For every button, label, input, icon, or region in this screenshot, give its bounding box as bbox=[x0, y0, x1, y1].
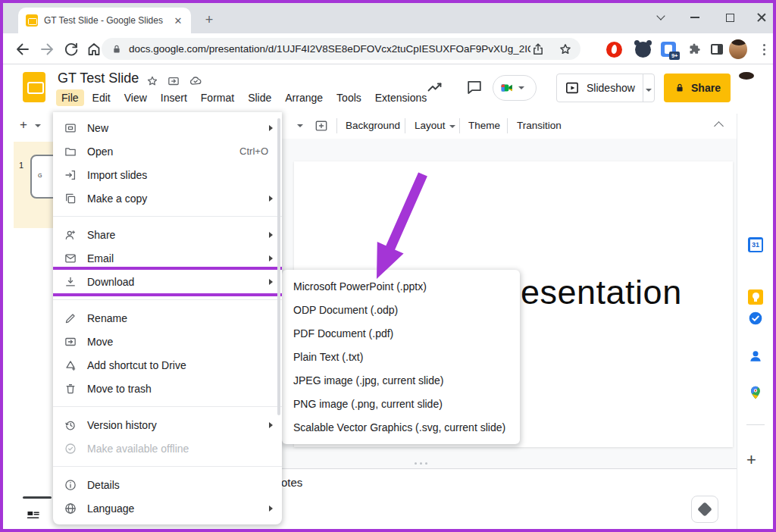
window-close-button[interactable] bbox=[749, 6, 774, 29]
submenu-item-odp[interactable]: ODP Document (.odp) bbox=[282, 298, 520, 321]
meet-call-button[interactable] bbox=[493, 75, 537, 101]
theme-button[interactable]: Theme bbox=[468, 120, 500, 131]
submenu-item-png[interactable]: PNG image (.png, current slide) bbox=[282, 392, 520, 415]
browser-window: GT Test Slide - Google Slides ✕ + docs.g… bbox=[0, 0, 776, 532]
slideshow-label: Slideshow bbox=[587, 82, 635, 94]
tab-title: GT Test Slide - Google Slides bbox=[44, 15, 171, 26]
submenu-arrow-icon bbox=[269, 422, 273, 428]
menu-slide[interactable]: Slide bbox=[242, 89, 277, 106]
meet-camera-icon bbox=[499, 80, 515, 96]
drive-shortcut-icon bbox=[64, 358, 77, 372]
menu-file[interactable]: File bbox=[56, 89, 84, 106]
menu-divider bbox=[53, 216, 282, 217]
back-icon[interactable] bbox=[14, 40, 32, 58]
menu-extensions[interactable]: Extensions bbox=[370, 89, 432, 106]
filmstrip-view-icon[interactable] bbox=[26, 508, 41, 523]
menu-tools[interactable]: Tools bbox=[331, 89, 367, 106]
slideshow-button[interactable]: Slideshow bbox=[556, 74, 655, 102]
version-history-icon bbox=[64, 418, 77, 432]
menu-item-move[interactable]: Move bbox=[53, 330, 282, 353]
menu-view[interactable]: View bbox=[119, 89, 152, 106]
menu-item-open[interactable]: OpenCtrl+O bbox=[53, 139, 282, 163]
notes-drag-handle[interactable] bbox=[415, 462, 427, 465]
browser-tab[interactable]: GT Test Slide - Google Slides ✕ bbox=[18, 8, 191, 33]
menu-insert[interactable]: Insert bbox=[155, 89, 192, 106]
menu-format[interactable]: Format bbox=[196, 89, 239, 106]
menu-arrange[interactable]: Arrange bbox=[280, 89, 328, 106]
forward-icon[interactable] bbox=[38, 40, 56, 58]
submenu-item-jpeg[interactable]: JPEG image (.jpg, current slide) bbox=[282, 368, 520, 392]
menu-item-version-history[interactable]: Version history bbox=[53, 413, 282, 437]
menu-item-download[interactable]: Download bbox=[53, 270, 282, 293]
download-icon bbox=[64, 275, 77, 289]
window-minimize-button[interactable] bbox=[682, 6, 708, 29]
menu-item-make-a-copy[interactable]: Make a copy bbox=[53, 186, 282, 210]
keep-icon[interactable] bbox=[748, 289, 763, 305]
cloud-saved-icon[interactable] bbox=[189, 74, 202, 88]
account-avatar[interactable] bbox=[737, 74, 762, 99]
new-slide-caret-icon[interactable] bbox=[35, 124, 41, 127]
comment-icon[interactable] bbox=[465, 78, 483, 96]
maps-icon[interactable] bbox=[748, 385, 763, 400]
tasks-icon[interactable] bbox=[748, 311, 763, 326]
submenu-item-pptx[interactable]: Microsoft PowerPoint (.pptx) bbox=[282, 274, 520, 298]
menu-item-email[interactable]: Email bbox=[53, 246, 282, 270]
slideshow-dropdown-caret-icon[interactable] bbox=[646, 89, 652, 92]
layout-button[interactable]: Layout bbox=[415, 120, 446, 131]
new-tab-button[interactable]: + bbox=[200, 11, 218, 29]
transition-button[interactable]: Transition bbox=[517, 120, 562, 131]
filmstrip-scrollbar[interactable] bbox=[23, 496, 52, 499]
submenu-arrow-icon bbox=[269, 196, 273, 202]
menu-item-details[interactable]: Details bbox=[53, 473, 282, 496]
slides-logo-icon[interactable] bbox=[23, 72, 45, 102]
move-document-icon[interactable] bbox=[167, 74, 180, 88]
window-menu-chevron-icon[interactable] bbox=[648, 6, 674, 29]
home-icon[interactable] bbox=[85, 40, 103, 58]
bookmark-star-icon[interactable] bbox=[558, 42, 573, 57]
share-page-icon[interactable] bbox=[530, 42, 546, 57]
zoom-caret-icon[interactable] bbox=[297, 124, 303, 127]
menu-item-rename[interactable]: Rename bbox=[53, 306, 282, 330]
new-slide-plus-icon[interactable]: + bbox=[20, 117, 27, 133]
menu-item-new[interactable]: New bbox=[53, 116, 282, 139]
background-button[interactable]: Background bbox=[346, 120, 400, 131]
layout-caret-icon bbox=[449, 125, 455, 128]
window-maximize-button[interactable] bbox=[717, 6, 743, 29]
offline-check-icon bbox=[64, 442, 77, 455]
contacts-icon[interactable] bbox=[748, 349, 763, 364]
star-document-icon[interactable] bbox=[146, 74, 159, 88]
calendar-icon[interactable]: 31 bbox=[748, 237, 763, 252]
hide-menus-chevron-icon[interactable] bbox=[714, 121, 724, 131]
browser-profile-avatar[interactable] bbox=[729, 40, 747, 58]
side-panel-icon[interactable] bbox=[708, 40, 726, 58]
explore-icon bbox=[697, 502, 712, 517]
extension-bear-icon[interactable] bbox=[634, 40, 652, 58]
explore-button[interactable] bbox=[691, 496, 718, 523]
menu-scrollbar[interactable] bbox=[277, 118, 280, 415]
extensions-puzzle-icon[interactable] bbox=[685, 40, 703, 58]
insert-placeholder-icon[interactable] bbox=[314, 118, 329, 133]
activity-trend-icon[interactable] bbox=[426, 78, 444, 96]
speaker-notes-placeholder[interactable]: otes bbox=[281, 476, 302, 489]
browser-menu-dots-icon[interactable] bbox=[755, 40, 773, 58]
extension-badge-icon[interactable]: 9+ bbox=[659, 40, 677, 58]
menu-item-add-shortcut-to-drive[interactable]: Add shortcut to Drive bbox=[53, 353, 282, 377]
menu-item-move-to-trash[interactable]: Move to trash bbox=[53, 377, 282, 400]
menu-item-language[interactable]: Language bbox=[53, 496, 282, 520]
url-bar[interactable]: docs.google.com/presentation/d/1UJF4I2V8… bbox=[102, 38, 580, 60]
share-button[interactable]: Share bbox=[664, 74, 731, 102]
menu-edit[interactable]: Edit bbox=[87, 89, 116, 106]
menu-item-import-slides[interactable]: Import slides bbox=[53, 163, 282, 186]
submenu-item-pdf[interactable]: PDF Document (.pdf) bbox=[282, 321, 520, 345]
submenu-item-txt[interactable]: Plain Text (.txt) bbox=[282, 345, 520, 368]
menu-item-share[interactable]: Share bbox=[53, 223, 282, 246]
get-addons-plus-icon[interactable]: + bbox=[746, 450, 756, 470]
reload-icon[interactable] bbox=[62, 40, 80, 58]
extension-red-icon[interactable] bbox=[605, 40, 623, 58]
slide-title-text[interactable]: esentation bbox=[521, 273, 682, 312]
submenu-item-svg[interactable]: Scalable Vector Graphics (.svg, current … bbox=[282, 415, 520, 439]
document-title[interactable]: GT Test Slide bbox=[58, 70, 139, 86]
meet-dropdown-caret-icon[interactable] bbox=[518, 86, 524, 89]
tab-close-icon[interactable]: ✕ bbox=[171, 14, 185, 27]
share-person-icon bbox=[64, 228, 77, 242]
